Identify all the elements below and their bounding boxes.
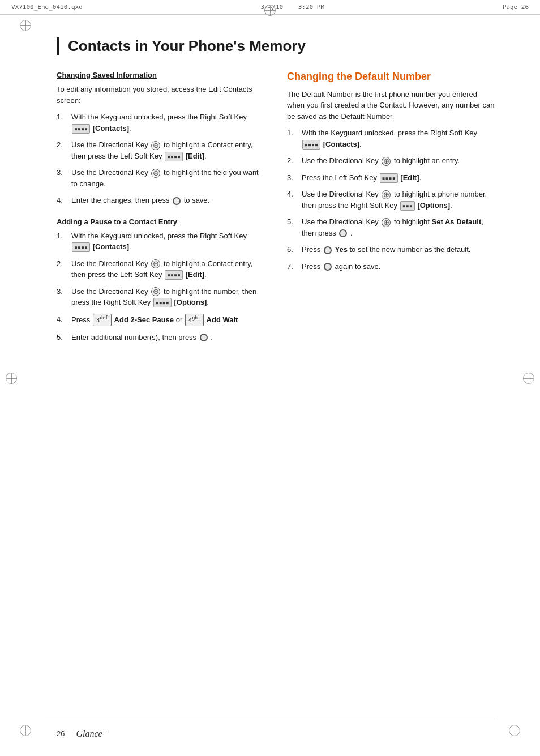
ok-key-dn5 xyxy=(339,229,347,237)
ok-key-dn6 xyxy=(324,246,332,254)
section-default-number: Changing the Default Number The Default … xyxy=(287,71,495,272)
section-title-default-number: Changing the Default Number xyxy=(287,71,495,83)
left-column: Changing Saved Information To edit any i… xyxy=(57,71,264,354)
side-mark-right xyxy=(523,373,534,384)
dir-key-cs3 xyxy=(151,169,160,178)
two-column-layout: Changing Saved Information To edit any i… xyxy=(57,71,495,354)
dir-key-dn2 xyxy=(382,157,391,166)
section-intro-changing-saved: To edit any information you stored, acce… xyxy=(57,84,264,106)
steps-default-number: With the Keyguard unlocked, press the Ri… xyxy=(287,127,495,272)
ok-key-dn7 xyxy=(324,263,332,271)
main-content: Contacts in Your Phone's Memory Changing… xyxy=(0,15,540,388)
right-soft-key-dn1: ▪▪▪▪ xyxy=(302,140,320,150)
step-dn-6: Press Yes to set the new number as the d… xyxy=(287,244,495,255)
ok-key-cs4 xyxy=(173,197,181,205)
section-title-adding-pause: Adding a Pause to a Contact Entry xyxy=(57,217,264,226)
footer-page-number: 26 xyxy=(57,729,65,738)
step-dn-7: Press again to save. xyxy=(287,261,495,272)
step-ap-5: Enter additional number(s), then press . xyxy=(57,332,264,343)
section-adding-pause: Adding a Pause to a Contact Entry With t… xyxy=(57,217,264,343)
right-column: Changing the Default Number The Default … xyxy=(287,71,495,354)
step-ap-1: With the Keyguard unlocked, press the Ri… xyxy=(57,230,264,253)
ok-key-ap5 xyxy=(200,334,208,341)
step-cs-3: Use the Directional Key to highlight the… xyxy=(57,167,264,189)
side-mark-left xyxy=(6,373,17,384)
key-4ghi: 4ghi xyxy=(185,314,204,326)
reg-mark-bottom-right xyxy=(509,725,520,736)
section-changing-saved: Changing Saved Information To edit any i… xyxy=(57,71,264,206)
footer-rule xyxy=(45,719,495,719)
step-dn-1: With the Keyguard unlocked, press the Ri… xyxy=(287,127,495,150)
footer: 26 Glance · xyxy=(57,729,495,739)
step-cs-2: Use the Directional Key to highlight a C… xyxy=(57,139,264,161)
reg-mark-top-center xyxy=(264,5,276,16)
dir-key-dn5 xyxy=(382,218,391,227)
left-soft-key-ap2: ▪▪▪▪ xyxy=(165,270,183,280)
right-soft-key-ap1: ▪▪▪▪ xyxy=(72,242,90,252)
footer-brand: Glance · xyxy=(76,729,105,739)
header-right: Page 26 xyxy=(503,3,529,11)
steps-changing-saved: With the Keyguard unlocked, press the Ri… xyxy=(57,112,264,206)
right-soft-key-icon-1: ▪▪▪▪ xyxy=(72,124,90,134)
step-cs-1: With the Keyguard unlocked, press the Ri… xyxy=(57,112,264,134)
left-soft-key-icon-2: ▪▪▪▪ xyxy=(165,152,183,161)
step-ap-4: Press 3def Add 2-Sec Pause or 4ghi Add W… xyxy=(57,314,264,326)
steps-adding-pause: With the Keyguard unlocked, press the Ri… xyxy=(57,230,264,343)
step-cs-4: Enter the changes, then press to save. xyxy=(57,195,264,206)
dir-key-dn4 xyxy=(382,190,391,199)
step-ap-2: Use the Directional Key to highlight a C… xyxy=(57,258,264,280)
step-dn-4: Use the Directional Key to highlight a p… xyxy=(287,189,495,211)
key-3def: 3def xyxy=(93,314,112,326)
step-dn-5: Use the Directional Key to highlight Set… xyxy=(287,216,495,238)
dir-key-ap3 xyxy=(151,287,160,296)
right-soft-key-dn4: ▪▪▪ xyxy=(400,201,415,211)
step-dn-2: Use the Directional Key to highlight an … xyxy=(287,155,495,166)
section-intro-default-number: The Default Number is the first phone nu… xyxy=(287,89,495,122)
reg-mark-bottom-left xyxy=(20,725,31,736)
page-container: VX7100_Eng_0410.qxd 3/4/10 3:20 PM Page … xyxy=(0,0,540,756)
left-soft-key-dn3: ▪▪▪▪ xyxy=(380,173,398,183)
reg-mark-top-left xyxy=(20,20,31,31)
dir-key-ap2 xyxy=(151,259,160,268)
page-title: Contacts in Your Phone's Memory xyxy=(57,37,495,55)
header-left: VX7100_Eng_0410.qxd xyxy=(11,3,83,11)
step-dn-3: Press the Left Soft Key ▪▪▪▪ [Edit]. xyxy=(287,172,495,183)
step-ap-3: Use the Directional Key to highlight the… xyxy=(57,286,264,308)
dir-key-cs2 xyxy=(151,141,160,150)
section-title-changing-saved: Changing Saved Information xyxy=(57,71,264,79)
right-soft-key-ap3: ▪▪▪▪ xyxy=(153,298,172,307)
